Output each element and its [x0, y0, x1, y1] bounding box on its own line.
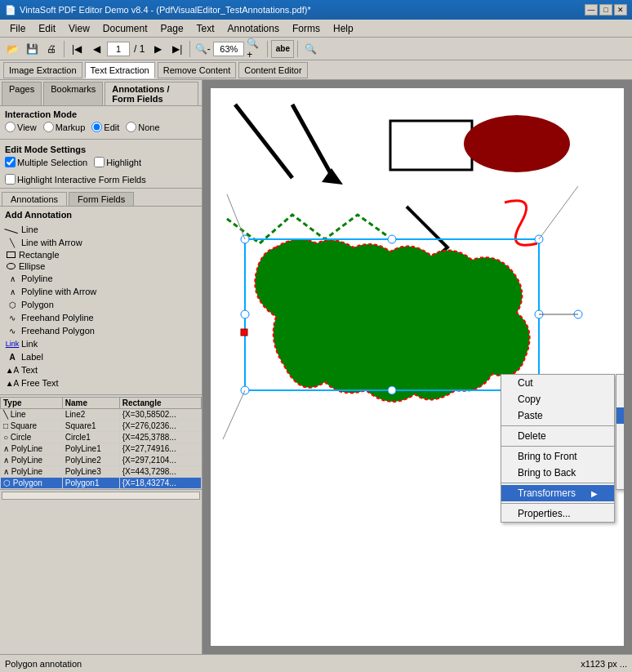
free-text-icon: ▲A [7, 377, 18, 389]
menu-edit[interactable]: Edit [32, 21, 62, 36]
table-row[interactable]: ∧ PolyLine PolyLine2 {X=297,2104... [1, 455, 202, 466]
transform-line-3 [223, 390, 245, 439]
menu-help[interactable]: Help [327, 21, 360, 36]
zoom-in-button[interactable]: 🔍+ [246, 40, 264, 58]
next-page-button[interactable]: ▶ [149, 40, 167, 58]
menu-document[interactable]: Document [96, 21, 154, 36]
ctx-bring-front[interactable]: Bring to Front [501, 448, 614, 465]
zoom-out-button[interactable]: 🔍- [194, 40, 211, 58]
mode-view[interactable]: View [5, 122, 37, 132]
ellipse-annotation [464, 115, 570, 172]
left-panel: Pages Bookmarks Annotations / Form Field… [0, 80, 203, 654]
abe-button[interactable]: abe [271, 40, 294, 58]
tab-bookmarks[interactable]: Bookmarks [43, 82, 103, 105]
ann-tab-form-fields[interactable]: Form Fields [69, 192, 134, 206]
ann-link[interactable]: Link Link [5, 337, 197, 350]
rectangle-icon [7, 251, 16, 258]
handle-ml[interactable] [241, 310, 249, 318]
handle-tm[interactable] [388, 235, 396, 243]
label-icon: A [7, 351, 18, 363]
tab-pages[interactable]: Pages [2, 82, 42, 105]
ctx-paste[interactable]: Paste [501, 407, 614, 424]
ann-tab-annotations[interactable]: Annotations [2, 192, 67, 206]
menu-forms[interactable]: Forms [286, 21, 327, 36]
highlight-interactive-check[interactable]: Highlight Interactive Form Fields [5, 174, 146, 185]
line-icon: ╲ [4, 221, 20, 238]
transform-line-2 [539, 186, 578, 239]
handle-bm[interactable] [388, 386, 396, 394]
mode-markup[interactable]: Markup [43, 122, 86, 132]
ctx-copy[interactable]: Copy [501, 391, 614, 407]
ann-line[interactable]: ╲ Line [5, 223, 197, 236]
mode-edit[interactable]: Edit [91, 122, 119, 132]
submenu: Default Move/Resize/Rotate Points/Move/R… [616, 374, 624, 490]
status-dimensions: x1123 px ... [581, 659, 627, 669]
ann-polyline-arrow[interactable]: ∧ Polyline with Arrow [5, 285, 197, 298]
text-extraction-button[interactable]: Text Extraction [85, 62, 155, 78]
edit-mode-section: Edit Mode Settings Multiple Selection Hi… [0, 141, 202, 172]
ann-freehand-polygon[interactable]: ∿ Freehand Polygon [5, 324, 197, 337]
menu-page[interactable]: Page [154, 21, 190, 36]
highlight-check[interactable]: Highlight [94, 157, 141, 167]
edge-handle[interactable] [241, 329, 247, 336]
menu-view[interactable]: View [62, 21, 96, 36]
pdf-page: Cut Copy Paste Delete Bring to Front Bri… [211, 88, 624, 646]
last-page-button[interactable]: ▶| [168, 40, 186, 58]
table-row[interactable]: ∧ PolyLine PolyLine1 {X=27,74916... [1, 443, 202, 455]
sub-points[interactable]: Points [616, 456, 624, 473]
ann-rectangle[interactable]: Rectangle [5, 249, 197, 260]
app-icon: 📄 [5, 5, 16, 16]
maximize-button[interactable]: □ [599, 4, 612, 16]
tab-annotations-form-fields[interactable]: Annotations / Form Fields [105, 82, 198, 105]
print-button[interactable]: 🖨 [42, 40, 60, 58]
rect-annotation [390, 121, 472, 170]
menu-file[interactable]: File [3, 21, 32, 36]
ann-free-text[interactable]: ▲A Free Text [5, 376, 197, 389]
save-button[interactable]: 💾 [23, 40, 41, 58]
ann-ellipse[interactable]: Ellipse [5, 260, 197, 272]
table-row[interactable]: ╲ Line Line2 {X=30,58502... [1, 409, 202, 421]
sub-default[interactable]: Default [616, 375, 624, 391]
content-editor-button[interactable]: Content Editor [238, 62, 307, 78]
remove-content-button[interactable]: Remove Content [158, 62, 237, 78]
green-polygon [255, 239, 529, 402]
arrowhead [322, 168, 343, 185]
sub-skew[interactable]: Skew [616, 440, 624, 456]
ctx-cut[interactable]: Cut [501, 375, 614, 391]
annotation-table: Type Name Rectangle ╲ Line Line2 {X=30,5… [0, 397, 202, 489]
open-button[interactable]: 📂 [3, 40, 21, 58]
menu-text[interactable]: Text [190, 21, 221, 36]
image-extraction-button[interactable]: Image Extraction [3, 62, 82, 78]
table-row-selected[interactable]: ⬡ Polygon Polygon1 {X=18,43274... [1, 478, 202, 489]
mode-none[interactable]: None [126, 122, 159, 132]
table-row[interactable]: □ Square Square1 {X=276,0236... [1, 421, 202, 432]
minimize-button[interactable]: — [585, 4, 598, 16]
page-input[interactable] [107, 42, 130, 56]
ann-label[interactable]: A Label [5, 350, 197, 363]
multiple-selection-check[interactable]: Multiple Selection [5, 157, 87, 167]
prev-page-button[interactable]: ◀ [87, 40, 105, 58]
sub-none[interactable]: None [616, 473, 624, 489]
ann-text[interactable]: ▲A Text [5, 363, 197, 376]
menu-bar: File Edit View Document Page Text Annota… [0, 20, 632, 38]
close-button[interactable]: ✕ [614, 4, 627, 16]
status-text: Polygon annotation [5, 659, 82, 669]
ctx-delete[interactable]: Delete [501, 428, 614, 444]
ctx-properties[interactable]: Properties... [501, 505, 614, 522]
table-row[interactable]: ○ Circle Circle1 {X=425,3788... [1, 432, 202, 443]
zoom-input[interactable] [213, 42, 244, 56]
ctx-bring-back[interactable]: Bring to Back [501, 465, 614, 481]
ann-polygon[interactable]: ⬡ Polygon [5, 298, 197, 311]
first-page-button[interactable]: |◀ [68, 40, 86, 58]
menu-annotations[interactable]: Annotations [221, 21, 286, 36]
ctx-transformers[interactable]: Transformers ▶ [501, 485, 614, 501]
sub-distortion[interactable]: Distortion [616, 424, 624, 440]
sub-move-resize-rotate[interactable]: Move/Resize/Rotate [616, 391, 624, 407]
sub-points-move-resize-rotate[interactable]: Points/Move/Resize/Rotate [616, 407, 624, 424]
ann-freehand-polyline[interactable]: ∿ Freehand Polyline [5, 311, 197, 324]
ann-line-arrow[interactable]: ╲ Line with Arrow [5, 236, 197, 249]
search-button[interactable]: 🔍 [301, 40, 319, 58]
ann-polyline[interactable]: ∧ Polyline [5, 272, 197, 285]
table-row[interactable]: ∧ PolyLine PolyLine3 {X=443,7298... [1, 466, 202, 478]
table-scrollbar[interactable] [0, 489, 202, 501]
